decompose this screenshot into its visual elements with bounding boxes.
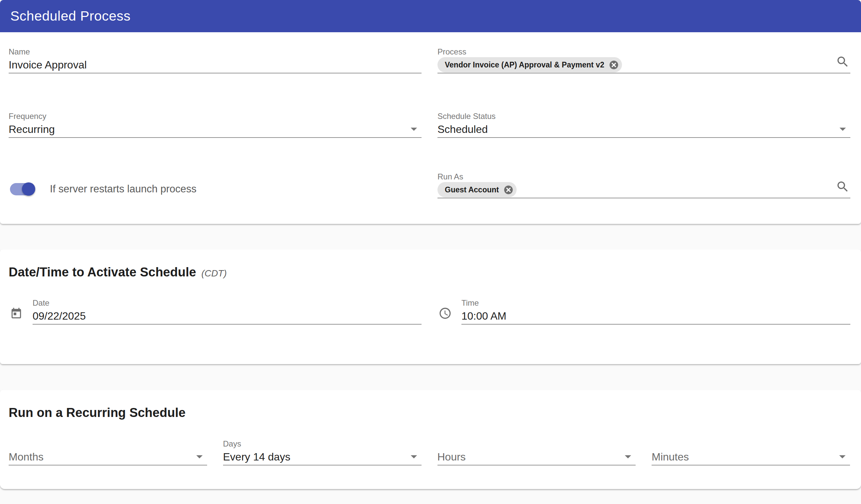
process-chip-remove-icon[interactable] [609,60,619,70]
frequency-label: Frequency [9,111,422,121]
name-input[interactable]: Invoice Approval [9,57,422,73]
recurring-section-title: Run on a Recurring Schedule [9,405,186,421]
toggle-thumb [22,182,35,196]
minutes-select[interactable]: Minutes [652,439,850,465]
days-select[interactable]: Days Every 14 days [223,439,422,465]
time-input[interactable]: 10:00 AM [461,308,850,324]
months-caret-down-icon[interactable] [192,449,207,464]
months-select[interactable]: Months [9,439,207,465]
frequency-value[interactable]: Recurring [9,121,422,137]
process-chip-label: Vendor Invoice (AP) Approval & Payment v… [445,60,604,69]
datetime-section-title: Date/Time to Activate Schedule [9,264,196,280]
frequency-caret-down-icon[interactable] [406,121,422,137]
card1-body: Name Invoice Approval Process Vendor Inv… [0,47,861,224]
date-input[interactable]: 09/22/2025 [32,308,422,324]
name-label: Name [9,47,422,57]
hours-value[interactable]: Hours [437,449,636,465]
run-as-chip-remove-icon[interactable] [503,185,514,195]
minutes-label [652,439,850,449]
time-field-group: Time 10:00 AM [437,298,850,325]
schedule-status-label: Schedule Status [437,111,850,121]
schedule-status-caret-down-icon[interactable] [835,121,850,137]
minutes-caret-down-icon[interactable] [835,449,850,464]
days-label: Days [223,439,422,449]
date-field-group: Date 09/22/2025 [9,298,422,325]
datetime-card: Date/Time to Activate Schedule (CDT) Dat… [0,250,861,364]
frequency-select[interactable]: Frequency Recurring [9,111,422,138]
restart-toggle-row: If server restarts launch process [9,172,422,198]
calendar-icon[interactable] [10,307,23,320]
name-field[interactable]: Name Invoice Approval [9,47,422,73]
process-field[interactable]: Process Vendor Invoice (AP) Approval & P… [437,47,850,73]
date-label: Date [32,298,422,308]
process-search-icon[interactable] [836,55,850,69]
clock-icon[interactable] [438,307,452,320]
time-label: Time [461,298,850,308]
schedule-status-select[interactable]: Schedule Status Scheduled [437,111,850,138]
schedule-status-value[interactable]: Scheduled [437,121,850,137]
hours-label [437,439,636,449]
timezone-label: (CDT) [202,268,227,279]
run-as-chip[interactable]: Guest Account [437,182,517,197]
header-bar: Scheduled Process [0,0,861,32]
minutes-value[interactable]: Minutes [652,449,850,465]
time-field[interactable]: Time 10:00 AM [461,298,850,325]
hours-select[interactable]: Hours [437,439,636,465]
months-label [9,439,207,449]
run-as-label: Run As [437,172,850,182]
page-title: Scheduled Process [10,8,131,24]
scheduled-process-card: Scheduled Process Name Invoice Approval … [0,0,861,224]
hours-caret-down-icon[interactable] [620,449,636,464]
run-as-field[interactable]: Run As Guest Account [437,172,850,198]
run-as-chip-label: Guest Account [445,185,499,194]
restart-toggle[interactable] [10,182,45,196]
restart-toggle-label: If server restarts launch process [50,182,196,196]
days-caret-down-icon[interactable] [406,449,422,464]
run-as-search-icon[interactable] [836,180,850,194]
months-value[interactable]: Months [9,449,207,465]
process-label: Process [437,47,850,57]
recurring-card: Run on a Recurring Schedule Months Days … [0,390,861,489]
process-chip[interactable]: Vendor Invoice (AP) Approval & Payment v… [437,57,622,72]
days-value[interactable]: Every 14 days [223,449,422,465]
date-field[interactable]: Date 09/22/2025 [32,298,422,325]
